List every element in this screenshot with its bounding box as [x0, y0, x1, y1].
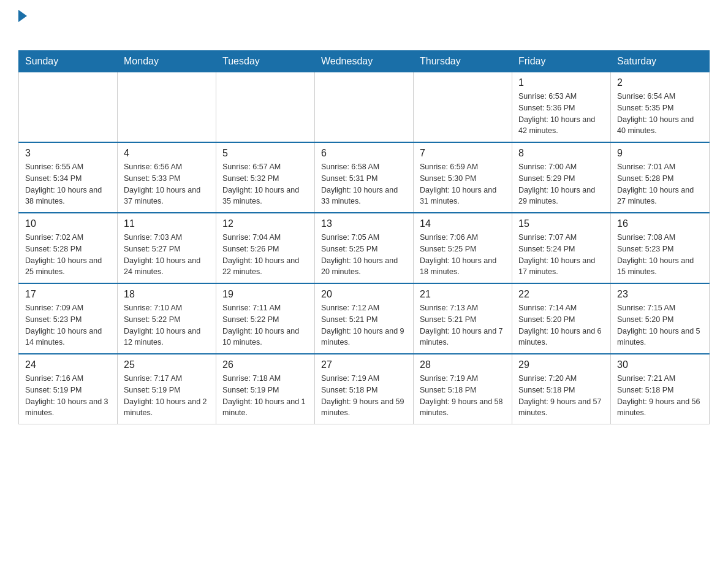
calendar-day: 6Sunrise: 6:58 AM Sunset: 5:31 PM Daylig…	[315, 142, 414, 213]
calendar-table: SundayMondayTuesdayWednesdayThursdayFrid…	[18, 50, 710, 424]
calendar-day: 18Sunrise: 7:10 AM Sunset: 5:22 PM Dayli…	[118, 283, 216, 354]
weekday-header-monday: Monday	[118, 51, 216, 72]
day-info: Sunrise: 7:04 AM Sunset: 5:26 PM Dayligh…	[222, 232, 308, 278]
day-number: 28	[420, 359, 506, 370]
day-info: Sunrise: 7:06 AM Sunset: 5:25 PM Dayligh…	[420, 232, 506, 278]
calendar-day: 26Sunrise: 7:18 AM Sunset: 5:19 PM Dayli…	[216, 354, 315, 424]
day-info: Sunrise: 6:59 AM Sunset: 5:30 PM Dayligh…	[420, 161, 506, 207]
page-header	[18, 12, 710, 38]
calendar-day: 25Sunrise: 7:17 AM Sunset: 5:19 PM Dayli…	[118, 354, 216, 424]
calendar-day	[414, 72, 512, 143]
day-info: Sunrise: 7:01 AM Sunset: 5:28 PM Dayligh…	[617, 161, 703, 207]
weekday-header-sunday: Sunday	[19, 51, 118, 72]
calendar-day: 24Sunrise: 7:16 AM Sunset: 5:19 PM Dayli…	[19, 354, 118, 424]
day-number: 27	[321, 359, 407, 370]
day-info: Sunrise: 7:15 AM Sunset: 5:20 PM Dayligh…	[617, 302, 703, 348]
day-number: 11	[124, 218, 210, 229]
calendar-day: 14Sunrise: 7:06 AM Sunset: 5:25 PM Dayli…	[414, 213, 512, 283]
day-info: Sunrise: 6:56 AM Sunset: 5:33 PM Dayligh…	[124, 161, 210, 207]
calendar-day: 21Sunrise: 7:13 AM Sunset: 5:21 PM Dayli…	[414, 283, 512, 354]
day-number: 26	[222, 359, 308, 370]
calendar-day	[315, 72, 414, 143]
calendar-day: 20Sunrise: 7:12 AM Sunset: 5:21 PM Dayli…	[315, 283, 414, 354]
day-number: 21	[420, 289, 506, 300]
weekday-header-thursday: Thursday	[414, 51, 512, 72]
calendar-day: 23Sunrise: 7:15 AM Sunset: 5:20 PM Dayli…	[611, 283, 710, 354]
day-info: Sunrise: 7:10 AM Sunset: 5:22 PM Dayligh…	[124, 302, 210, 348]
calendar-day: 17Sunrise: 7:09 AM Sunset: 5:23 PM Dayli…	[19, 283, 118, 354]
calendar-day	[19, 72, 118, 143]
day-info: Sunrise: 7:16 AM Sunset: 5:19 PM Dayligh…	[25, 373, 111, 419]
day-info: Sunrise: 7:17 AM Sunset: 5:19 PM Dayligh…	[124, 373, 210, 419]
calendar-day: 28Sunrise: 7:19 AM Sunset: 5:18 PM Dayli…	[414, 354, 512, 424]
day-number: 15	[518, 218, 604, 229]
day-info: Sunrise: 7:19 AM Sunset: 5:18 PM Dayligh…	[420, 373, 506, 419]
day-number: 25	[124, 359, 210, 370]
day-number: 30	[617, 359, 703, 370]
calendar-day: 29Sunrise: 7:20 AM Sunset: 5:18 PM Dayli…	[512, 354, 611, 424]
day-number: 20	[321, 289, 407, 300]
day-number: 29	[518, 359, 604, 370]
calendar-day: 8Sunrise: 7:00 AM Sunset: 5:29 PM Daylig…	[512, 142, 611, 213]
day-info: Sunrise: 7:00 AM Sunset: 5:29 PM Dayligh…	[518, 161, 604, 207]
calendar-day	[216, 72, 315, 143]
calendar-day: 13Sunrise: 7:05 AM Sunset: 5:25 PM Dayli…	[315, 213, 414, 283]
calendar-day: 15Sunrise: 7:07 AM Sunset: 5:24 PM Dayli…	[512, 213, 611, 283]
day-info: Sunrise: 7:05 AM Sunset: 5:25 PM Dayligh…	[321, 232, 407, 278]
day-info: Sunrise: 6:54 AM Sunset: 5:35 PM Dayligh…	[617, 91, 703, 137]
day-number: 13	[321, 218, 407, 229]
calendar-week-row: 24Sunrise: 7:16 AM Sunset: 5:19 PM Dayli…	[19, 354, 710, 424]
day-info: Sunrise: 7:07 AM Sunset: 5:24 PM Dayligh…	[518, 232, 604, 278]
calendar-day: 5Sunrise: 6:57 AM Sunset: 5:32 PM Daylig…	[216, 142, 315, 213]
calendar-day	[118, 72, 216, 143]
day-number: 17	[25, 289, 111, 300]
day-number: 6	[321, 148, 407, 159]
day-number: 14	[420, 218, 506, 229]
calendar-day: 3Sunrise: 6:55 AM Sunset: 5:34 PM Daylig…	[19, 142, 118, 213]
day-number: 1	[518, 77, 604, 88]
day-info: Sunrise: 7:12 AM Sunset: 5:21 PM Dayligh…	[321, 302, 407, 348]
day-info: Sunrise: 7:08 AM Sunset: 5:23 PM Dayligh…	[617, 232, 703, 278]
calendar-day: 30Sunrise: 7:21 AM Sunset: 5:18 PM Dayli…	[611, 354, 710, 424]
calendar-day: 1Sunrise: 6:53 AM Sunset: 5:36 PM Daylig…	[512, 72, 611, 143]
weekday-header-saturday: Saturday	[611, 51, 710, 72]
day-info: Sunrise: 7:02 AM Sunset: 5:28 PM Dayligh…	[25, 232, 111, 278]
logo	[18, 12, 27, 38]
day-info: Sunrise: 7:19 AM Sunset: 5:18 PM Dayligh…	[321, 373, 407, 419]
calendar-week-row: 1Sunrise: 6:53 AM Sunset: 5:36 PM Daylig…	[19, 72, 710, 143]
calendar-day: 2Sunrise: 6:54 AM Sunset: 5:35 PM Daylig…	[611, 72, 710, 143]
day-number: 4	[124, 148, 210, 159]
weekday-header-wednesday: Wednesday	[315, 51, 414, 72]
day-info: Sunrise: 7:13 AM Sunset: 5:21 PM Dayligh…	[420, 302, 506, 348]
calendar-day: 4Sunrise: 6:56 AM Sunset: 5:33 PM Daylig…	[118, 142, 216, 213]
day-info: Sunrise: 6:55 AM Sunset: 5:34 PM Dayligh…	[25, 161, 111, 207]
day-number: 3	[25, 148, 111, 159]
calendar-day: 22Sunrise: 7:14 AM Sunset: 5:20 PM Dayli…	[512, 283, 611, 354]
calendar-day: 7Sunrise: 6:59 AM Sunset: 5:30 PM Daylig…	[414, 142, 512, 213]
calendar-week-row: 3Sunrise: 6:55 AM Sunset: 5:34 PM Daylig…	[19, 142, 710, 213]
day-info: Sunrise: 7:03 AM Sunset: 5:27 PM Dayligh…	[124, 232, 210, 278]
day-info: Sunrise: 7:14 AM Sunset: 5:20 PM Dayligh…	[518, 302, 604, 348]
day-info: Sunrise: 6:53 AM Sunset: 5:36 PM Dayligh…	[518, 91, 604, 137]
day-number: 10	[25, 218, 111, 229]
day-number: 18	[124, 289, 210, 300]
day-number: 9	[617, 148, 703, 159]
day-info: Sunrise: 7:18 AM Sunset: 5:19 PM Dayligh…	[222, 373, 308, 419]
weekday-header-tuesday: Tuesday	[216, 51, 315, 72]
calendar-day: 12Sunrise: 7:04 AM Sunset: 5:26 PM Dayli…	[216, 213, 315, 283]
calendar-day: 11Sunrise: 7:03 AM Sunset: 5:27 PM Dayli…	[118, 213, 216, 283]
day-info: Sunrise: 7:11 AM Sunset: 5:22 PM Dayligh…	[222, 302, 308, 348]
weekday-header-row: SundayMondayTuesdayWednesdayThursdayFrid…	[19, 51, 710, 72]
calendar-day: 16Sunrise: 7:08 AM Sunset: 5:23 PM Dayli…	[611, 213, 710, 283]
calendar-day: 19Sunrise: 7:11 AM Sunset: 5:22 PM Dayli…	[216, 283, 315, 354]
logo-arrow-icon	[18, 10, 27, 22]
day-info: Sunrise: 6:57 AM Sunset: 5:32 PM Dayligh…	[222, 161, 308, 207]
day-info: Sunrise: 6:58 AM Sunset: 5:31 PM Dayligh…	[321, 161, 407, 207]
day-number: 16	[617, 218, 703, 229]
day-number: 24	[25, 359, 111, 370]
calendar-day: 27Sunrise: 7:19 AM Sunset: 5:18 PM Dayli…	[315, 354, 414, 424]
day-info: Sunrise: 7:21 AM Sunset: 5:18 PM Dayligh…	[617, 373, 703, 419]
calendar-day: 10Sunrise: 7:02 AM Sunset: 5:28 PM Dayli…	[19, 213, 118, 283]
day-number: 22	[518, 289, 604, 300]
day-number: 23	[617, 289, 703, 300]
